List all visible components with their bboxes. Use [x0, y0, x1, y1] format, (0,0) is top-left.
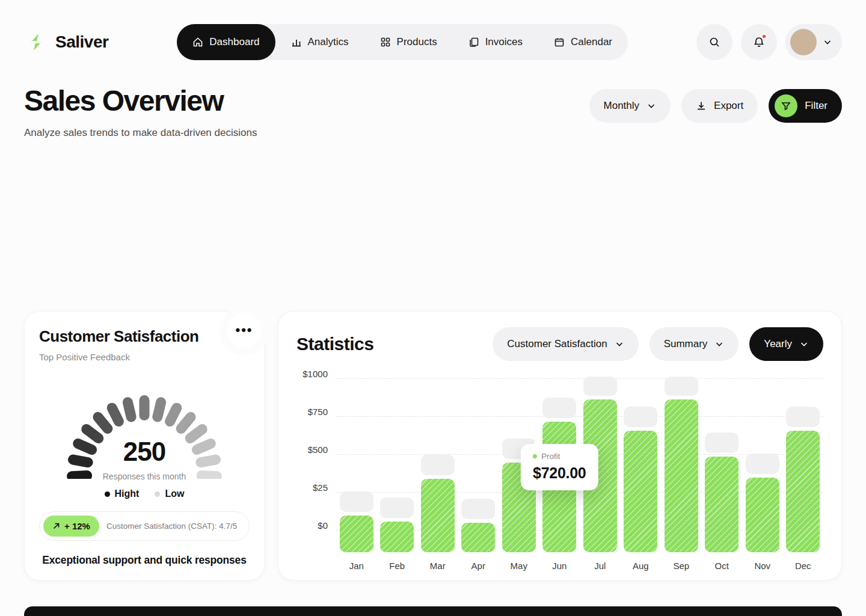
legend-dot-low — [155, 491, 160, 497]
view-select[interactable]: Summary — [650, 327, 739, 361]
top-bar: Saliver Dashboard Analytics Products — [0, 0, 866, 60]
nav-item-analytics[interactable]: Analytics — [275, 24, 364, 60]
chart-tooltip: Profit $720.00 — [521, 444, 598, 490]
range-select-value: Yearly — [764, 338, 792, 350]
cards-row: ••• Customer Satisfaction Top Positive F… — [0, 311, 866, 581]
satisfaction-gauge: 250 Responses this month — [51, 372, 238, 479]
filter-button[interactable]: Filter — [769, 89, 842, 123]
analytics-icon — [291, 37, 302, 48]
bar-apr[interactable] — [461, 523, 495, 552]
legend-label: Low — [165, 488, 184, 499]
bar-cap-jul — [583, 377, 617, 396]
y-axis-tick: $0 — [296, 520, 328, 531]
grid-icon — [380, 37, 391, 48]
avatar — [790, 29, 817, 55]
bar-cap-aug — [624, 407, 657, 427]
card-subtitle: Top Positive Feedback — [39, 352, 250, 362]
main-nav: Dashboard Analytics Products Invoices — [177, 24, 628, 60]
bar-cap-feb — [380, 497, 414, 518]
more-options-button[interactable]: ••• — [227, 313, 262, 348]
bar-dec[interactable] — [786, 431, 820, 552]
arrow-up-right-icon — [52, 522, 60, 530]
bar-sep[interactable] — [665, 399, 698, 552]
bar-cap-apr — [461, 499, 495, 519]
bar-cap-jun — [542, 398, 576, 418]
statistics-title: Statistics — [296, 334, 373, 354]
x-axis-label-mar: Mar — [417, 561, 458, 571]
metric-select[interactable]: Customer Satisfaction — [493, 327, 638, 361]
period-select[interactable]: Monthly — [589, 89, 671, 123]
nav-item-products[interactable]: Products — [364, 24, 453, 60]
delta-value: + 12% — [64, 521, 90, 531]
nav-item-dashboard[interactable]: Dashboard — [177, 24, 275, 60]
bar-cap-mar — [421, 455, 455, 475]
bar-cap-jan — [340, 491, 373, 512]
user-menu[interactable] — [785, 24, 842, 60]
saliver-logo-icon — [24, 30, 48, 54]
search-icon — [708, 36, 720, 48]
legend-label: Hight — [115, 488, 140, 499]
bar-nov[interactable] — [746, 478, 779, 552]
header-controls: Monthly Export Filter — [589, 89, 842, 123]
tooltip-series-dot — [533, 454, 537, 458]
x-axis-label-may: May — [499, 561, 539, 571]
nav-label: Products — [397, 36, 437, 48]
y-axis-tick: $1000 — [296, 369, 328, 379]
delta-badge: + 12% — [43, 516, 99, 537]
bar-cap-nov — [746, 454, 779, 474]
x-axis-label-jul: Jul — [580, 561, 621, 571]
export-label: Export — [714, 100, 743, 112]
bar-cap-sep — [665, 377, 698, 396]
gauge-value: 250 — [51, 437, 238, 467]
nav-label: Calendar — [571, 36, 612, 48]
card-title: Customer Satisfaction — [39, 327, 250, 346]
period-select-value: Monthly — [604, 100, 640, 112]
bar-mar[interactable] — [421, 479, 455, 552]
chart-plot-area: $1000$750$500$25$0 Profit $720.00 — [336, 377, 823, 552]
bar-feb[interactable] — [380, 522, 414, 552]
brand-name: Saliver — [55, 32, 108, 52]
x-axis-label-nov: Nov — [742, 561, 783, 571]
x-axis-label-aug: Aug — [621, 561, 662, 571]
home-icon — [192, 37, 203, 48]
y-axis-tick: $25 — [296, 482, 328, 493]
statistics-card: Statistics Customer Satisfaction Summary… — [278, 311, 842, 581]
funnel-circle — [775, 94, 797, 117]
download-icon — [696, 100, 707, 111]
footer-bar — [24, 606, 842, 616]
bar-jan[interactable] — [340, 516, 373, 552]
nav-label: Dashboard — [209, 36, 259, 48]
chevron-down-icon — [799, 339, 809, 349]
bar-cap-oct — [705, 433, 739, 453]
bar-oct[interactable] — [705, 457, 739, 552]
nav-item-invoices[interactable]: Invoices — [453, 24, 538, 60]
y-axis-tick: $500 — [296, 445, 328, 455]
chevron-down-icon — [615, 339, 624, 349]
legend-item-low: Low — [155, 488, 184, 499]
metric-select-value: Customer Satisfaction — [507, 338, 607, 350]
export-button[interactable]: Export — [681, 89, 758, 123]
tooltip-label: Profit — [541, 452, 560, 461]
page-title: Sales Overview — [24, 84, 257, 117]
notification-badge — [761, 34, 767, 39]
x-axis-label-dec: Dec — [783, 561, 824, 571]
legend-item-high: Hight — [105, 488, 140, 499]
customer-satisfaction-card: ••• Customer Satisfaction Top Positive F… — [24, 311, 265, 581]
notifications-button[interactable] — [741, 24, 777, 60]
bar-aug[interactable] — [624, 431, 657, 552]
x-axis-label-sep: Sep — [661, 561, 702, 571]
calendar-icon — [554, 37, 565, 48]
search-button[interactable] — [696, 24, 732, 60]
statistics-selectors: Customer Satisfaction Summary Yearly — [493, 327, 823, 361]
range-select[interactable]: Yearly — [749, 327, 823, 361]
nav-item-calendar[interactable]: Calendar — [538, 24, 628, 60]
bar-cap-dec — [786, 407, 820, 427]
x-axis-label-feb: Feb — [377, 561, 418, 571]
nav-label: Analytics — [308, 36, 349, 48]
chevron-down-icon — [714, 339, 724, 349]
csat-summary: + 12% Customer Satisfaction (CSAT): 4.7/… — [39, 511, 250, 541]
invoice-icon — [468, 37, 479, 48]
page-header: Sales Overview Analyze sales trends to m… — [0, 60, 866, 139]
y-axis-tick: $750 — [296, 407, 328, 417]
chevron-down-icon — [823, 37, 832, 47]
